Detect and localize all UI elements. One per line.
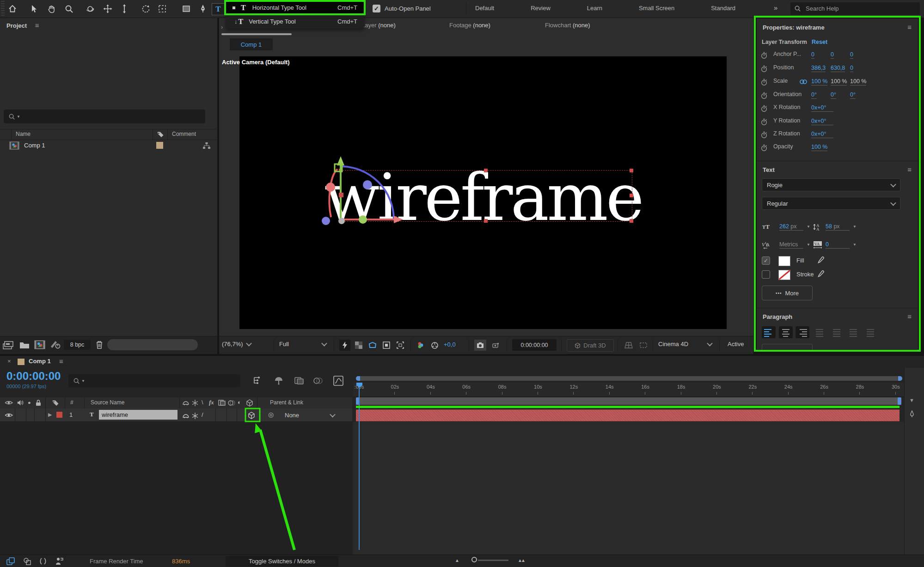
current-time-display[interactable]: 0:00:00:00 00000 (29.97 fps) (6, 370, 61, 389)
bit-depth-button[interactable]: 8 bpc (64, 340, 91, 350)
rectangle-tool-icon[interactable] (180, 3, 192, 14)
align-center-button[interactable] (779, 326, 793, 338)
layer-quality-switch[interactable]: / (202, 411, 203, 418)
frame-blend-switch-icon[interactable] (218, 399, 226, 407)
menu-item-horizontal-type-tool[interactable]: T Horizontal Type Tool Cmd+T (226, 1, 364, 14)
label-column-tag-icon[interactable] (52, 399, 59, 407)
help-search-box[interactable]: Search Help (790, 2, 920, 15)
composition-mini-flowchart-icon[interactable] (252, 376, 263, 385)
position-x-value[interactable]: 386,3 (811, 65, 826, 72)
layer-duration-bar[interactable] (356, 409, 900, 421)
timeline-zoom-track[interactable] (478, 560, 508, 561)
transform-reset-link[interactable]: Reset (812, 39, 827, 45)
resolution-dropdown[interactable]: Full (279, 341, 326, 348)
column-comment[interactable]: Comment (172, 131, 196, 137)
lock-icon[interactable] (35, 399, 42, 406)
eyedropper-icon[interactable] (817, 270, 825, 278)
font-size-value[interactable]: 262 px (779, 223, 803, 231)
zoom-tool-icon[interactable] (63, 3, 75, 14)
close-tab-icon[interactable]: × (7, 358, 11, 365)
orientation-z-value[interactable]: 0° (850, 91, 856, 99)
more-button[interactable]: ••• More (762, 286, 813, 300)
workspace-tab[interactable]: Review (528, 5, 553, 12)
home-icon[interactable] (6, 3, 18, 14)
trash-icon[interactable] (95, 340, 104, 349)
eyedropper-icon[interactable] (817, 256, 825, 264)
toolbar-grip[interactable] (1, 1, 5, 17)
label-column-tag-icon[interactable] (157, 131, 164, 138)
channel-icon[interactable] (415, 340, 426, 351)
layer-name[interactable]: wireframe (99, 410, 177, 420)
expand-layers-icon[interactable] (6, 557, 15, 565)
font-family-select[interactable]: Rogie (762, 178, 900, 191)
layer-row[interactable]: ▶ 1 T wireframe / ◎ None (0, 408, 352, 422)
section-menu-icon[interactable]: ≡ (907, 165, 912, 173)
tab-layer[interactable]: Layer (none) (361, 22, 396, 29)
stopwatch-icon[interactable] (760, 65, 768, 73)
workspace-overflow-icon[interactable]: » (774, 4, 777, 12)
frame-blending-icon[interactable] (294, 376, 304, 385)
stopwatch-icon[interactable] (760, 105, 768, 112)
stroke-color-swatch[interactable] (778, 270, 790, 280)
parent-dropdown[interactable]: None (281, 410, 338, 420)
exposure-icon[interactable] (429, 340, 440, 351)
camera-roi-tool-icon[interactable] (156, 3, 168, 14)
footer-scrollbar[interactable] (107, 339, 198, 350)
tracking-dropdown-triangle[interactable]: ▼ (853, 243, 857, 247)
mask-visibility-icon[interactable] (367, 340, 378, 351)
adjustment-layer-switch-icon[interactable]: ◐ (238, 399, 241, 406)
section-menu-icon[interactable]: ≡ (907, 312, 912, 320)
composition-canvas[interactable]: wireframe (239, 56, 727, 329)
exposure-value[interactable]: +0,0 (444, 341, 456, 348)
fx-switch-icon[interactable]: fx (209, 399, 214, 406)
tab-flowchart[interactable]: Flowchart (none) (545, 22, 590, 29)
scale-x-value[interactable]: 100 % (811, 78, 827, 85)
anchor-z-value[interactable]: 0 (850, 51, 853, 59)
font-style-select[interactable]: Regular (762, 197, 900, 210)
orbit-camera-tool-icon[interactable] (84, 3, 96, 14)
video-eye-icon[interactable] (5, 400, 13, 406)
timeline-zoom-knob[interactable] (471, 557, 477, 562)
anchor-y-value[interactable]: 0 (831, 51, 834, 59)
magnification-dropdown[interactable]: (76,7%) (222, 341, 251, 348)
motion-blur-switch-icon[interactable] (227, 399, 236, 407)
proxy-icon[interactable] (49, 340, 61, 349)
workspace-tab[interactable]: Default (472, 5, 497, 12)
opacity-value[interactable]: 100 % (811, 144, 827, 151)
stopwatch-icon[interactable] (760, 52, 768, 59)
3d-layer-switch-icon[interactable] (246, 399, 253, 407)
z-rotation-value[interactable]: 0x+0° (811, 131, 833, 138)
draft-3d-toggle[interactable]: Draft 3D (567, 339, 614, 352)
layer-shy-switch[interactable] (182, 412, 190, 420)
playhead-line[interactable] (359, 388, 360, 550)
view-layout-dropdown[interactable]: Active (728, 341, 744, 348)
layer-video-eye-icon[interactable] (5, 412, 13, 418)
audio-speaker-icon[interactable] (17, 399, 24, 406)
stroke-checkbox[interactable] (762, 270, 770, 279)
pan-camera-tool-icon[interactable] (102, 3, 114, 14)
layer-collapse-switch[interactable] (191, 412, 199, 420)
zoom-in-mountains-icon[interactable]: ▲▲ (518, 558, 524, 563)
label-color-swatch[interactable] (156, 142, 163, 149)
shy-switch-icon[interactable] (182, 399, 190, 407)
motion-blur-icon[interactable] (312, 376, 324, 385)
graph-editor-icon[interactable] (333, 375, 344, 386)
leading-value[interactable]: 58 px (826, 223, 850, 231)
position-z-value[interactable]: 0 (850, 65, 853, 72)
tab-scroll-chevron[interactable]: › (221, 24, 223, 30)
draft-3d-icon[interactable] (274, 376, 284, 385)
anchor-x-value[interactable]: 0 (811, 51, 814, 59)
solo-icon[interactable]: ● (28, 400, 31, 405)
interpret-footage-icon[interactable] (3, 341, 15, 350)
viewer-comp-tab[interactable]: Comp 1 (230, 38, 273, 50)
layer-expander-chevron[interactable]: ▶ (48, 412, 52, 418)
quality-switch-icon[interactable]: \ (202, 399, 203, 406)
align-left-button[interactable] (762, 326, 776, 338)
stopwatch-icon[interactable] (760, 131, 768, 139)
toggle-switches-modes-button[interactable]: Toggle Switches / Modes (226, 556, 338, 567)
comp-label-swatch[interactable] (18, 359, 24, 365)
column-number[interactable]: # (70, 399, 73, 406)
position-y-value[interactable]: 630,8 (831, 65, 845, 72)
panel-menu-icon[interactable]: ≡ (35, 21, 39, 29)
orientation-y-value[interactable]: 0° (831, 91, 836, 99)
